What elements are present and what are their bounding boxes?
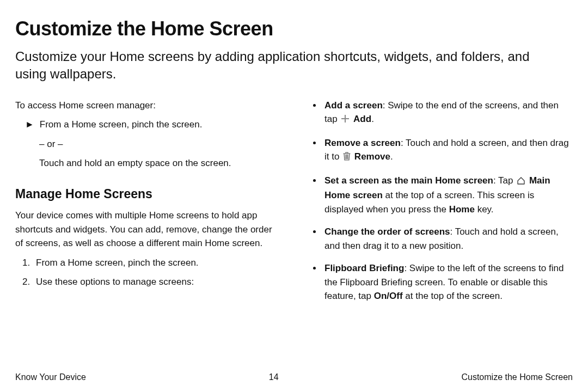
flip-bold: On/Off	[374, 291, 403, 301]
add-label: Add a screen	[324, 100, 383, 111]
remove-label: Remove a screen	[324, 138, 401, 148]
remove-bold: Remove	[354, 151, 390, 162]
pinch-instruction: ► From a Home screen, pinch the screen.	[25, 118, 281, 132]
main-text3: key.	[475, 204, 494, 215]
flip-text2: at the top of the screen.	[403, 291, 503, 301]
main-label: Set a screen as the main Home screen	[324, 175, 493, 186]
option-flipboard: Flipboard Briefing: Swipe to the left of…	[322, 261, 573, 303]
manage-description: Your device comes with multiple Home scr…	[15, 209, 281, 250]
pinch-text: From a Home screen, pinch the screen.	[40, 118, 203, 132]
or-divider: – or –	[39, 137, 281, 151]
option-remove-screen: Remove a screen: Touch and hold a screen…	[322, 136, 573, 165]
trash-icon	[343, 151, 351, 165]
remove-period: .	[390, 151, 393, 162]
footer-page-number: 14	[269, 372, 279, 382]
left-column: To access Home screen manager: ► From a …	[15, 99, 281, 312]
page-title: Customize the Home Screen	[15, 17, 573, 40]
manage-steps: From a Home screen, pinch the screen. Us…	[33, 256, 281, 289]
plus-icon	[341, 113, 350, 127]
option-main-home: Set a screen as the main Home screen: Ta…	[322, 174, 573, 217]
page-footer: Know Your Device 14 Customize the Home S…	[15, 372, 573, 382]
content-columns: To access Home screen manager: ► From a …	[15, 99, 573, 312]
main-text1: : Tap	[493, 175, 516, 186]
main-bold2: Home	[449, 204, 475, 215]
play-icon: ►	[25, 118, 34, 132]
options-list: Add a screen: Swipe to the end of the sc…	[322, 99, 573, 303]
home-icon	[517, 175, 525, 189]
footer-left: Know Your Device	[15, 372, 86, 382]
option-change-order: Change the order of screens: Touch and h…	[322, 225, 573, 253]
step-2: Use these options to manage screens:	[33, 275, 281, 289]
add-bold: Add	[353, 114, 371, 124]
option-add-screen: Add a screen: Swipe to the end of the sc…	[322, 99, 573, 127]
order-label: Change the order of screens	[324, 226, 450, 237]
step-1: From a Home screen, pinch the screen.	[33, 256, 281, 270]
manage-heading: Manage Home Screens	[15, 185, 281, 204]
right-column: Add a screen: Swipe to the end of the sc…	[307, 99, 573, 312]
add-period: .	[371, 114, 374, 124]
intro-text: Customize your Home screens by adding ap…	[15, 48, 560, 83]
flip-label: Flipboard Briefing	[324, 263, 404, 273]
access-intro: To access Home screen manager:	[15, 99, 281, 113]
footer-right: Customize the Home Screen	[461, 372, 573, 382]
hold-text: Touch and hold an empty space on the scr…	[39, 156, 281, 170]
